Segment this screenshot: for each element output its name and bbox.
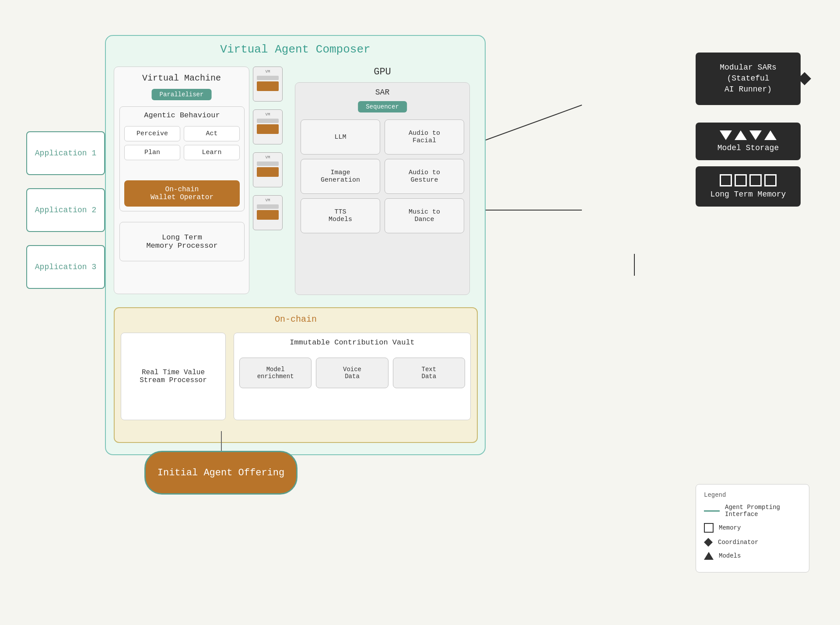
vm-card-4-bar2 xyxy=(257,210,279,220)
vm-card-3-label: VM xyxy=(266,155,270,160)
ltmp-box: Long TermMemory Processor xyxy=(119,222,245,261)
vm-card-1-bar2 xyxy=(257,81,279,91)
vac-box: Virtual Agent Composer Virtual Machine P… xyxy=(105,35,486,455)
ab-act: Act xyxy=(184,126,240,141)
legend-box: Legend Agent PromptingInterface Memory C… xyxy=(696,484,809,572)
ltmp-title: Long TermMemory Processor xyxy=(146,233,217,250)
agentic-behaviour-box: Agentic Behaviour Perceive Act Plan Lear… xyxy=(119,106,245,211)
vm-card-3-bar2 xyxy=(257,167,279,177)
sar-cell-audio-gesture: Audio toGesture xyxy=(385,159,464,194)
memory-squares-icons xyxy=(703,174,794,186)
ab-learn: Learn xyxy=(184,145,240,160)
memory-square-1-icon xyxy=(720,174,732,186)
vm-card-1: VM xyxy=(253,67,283,102)
model-storage-label: Model Storage xyxy=(718,144,779,152)
legend-diamond-icon xyxy=(704,538,713,547)
icv-grid: Modelenrichment VoiceData TextData xyxy=(239,358,465,388)
vm-cards: VM VM VM VM xyxy=(253,67,288,238)
sar-cell-image-gen: ImageGeneration xyxy=(301,159,380,194)
legend-triangle-icon xyxy=(704,552,714,560)
vm-card-2-bar2 xyxy=(257,124,279,134)
onchain-box: On-chain Real Time ValueStream Processor… xyxy=(114,307,478,443)
modular-sars-box: Modular SARs(StatefulAI Runner) xyxy=(696,53,801,105)
triangle-up-icon xyxy=(735,130,747,140)
vm-card-4-label: VM xyxy=(266,198,270,203)
vm-card-4: VM xyxy=(253,195,283,230)
vm-card-2-label: VM xyxy=(266,112,270,117)
vm-card-3: VM xyxy=(253,152,283,187)
legend-item-memory: Memory xyxy=(704,523,801,533)
icv-model-enrichment: Modelenrichment xyxy=(239,358,312,388)
legend-line-label: Agent PromptingInterface xyxy=(725,504,780,518)
memory-square-2-icon xyxy=(735,174,747,186)
memory-square-3-icon xyxy=(749,174,762,186)
icv-text-data: TextData xyxy=(393,358,465,388)
right-section: Modular SARs(StatefulAI Runner) Model St… xyxy=(696,53,809,207)
modular-sars-label: Modular SARs(StatefulAI Runner) xyxy=(720,63,777,94)
sar-grid: LLM Audio toFacial ImageGeneration Audio… xyxy=(301,119,464,233)
sar-cell-llm: LLM xyxy=(301,119,380,154)
iao-title: Initial Agent Offering xyxy=(158,467,284,478)
vm-card-1-label: VM xyxy=(266,70,270,74)
rtvsp-box: Real Time ValueStream Processor xyxy=(121,333,226,420)
triangle-down-2-icon xyxy=(749,130,762,140)
ab-perceive: Perceive xyxy=(124,126,180,141)
application-2-box: Application 2 xyxy=(26,188,105,232)
legend-square-icon xyxy=(704,523,714,533)
application-3-label: Application 3 xyxy=(35,263,96,271)
gpu-title: GPU xyxy=(295,67,470,77)
vm-card-2-bar1 xyxy=(257,119,279,123)
application-1-label: Application 1 xyxy=(35,149,96,158)
legend-title: Legend xyxy=(704,492,801,499)
paralleliser-button[interactable]: Paralleliser xyxy=(152,89,212,100)
legend-models-label: Models xyxy=(719,552,741,559)
icv-title: Immutable Contribution Vault xyxy=(234,338,470,347)
icv-voice-data: VoiceData xyxy=(316,358,388,388)
legend-item-models: Models xyxy=(704,552,801,560)
vac-title: Virtual Agent Composer xyxy=(106,43,485,56)
diagram-container: Application 1 Application 2 Application … xyxy=(18,18,822,607)
triangle-down-1-icon xyxy=(720,130,732,140)
legend-coordinator-label: Coordinator xyxy=(718,539,758,546)
sar-box: SAR Sequencer LLM Audio toFacial ImageGe… xyxy=(295,82,470,295)
application-1-box: Application 1 xyxy=(26,131,105,175)
vm-card-4-bar1 xyxy=(257,204,279,209)
long-term-memory-box: Long Term Memory xyxy=(696,166,801,207)
memory-square-4-icon xyxy=(764,174,777,186)
iao-box: Initial Agent Offering xyxy=(144,451,298,495)
sar-cell-audio-facial: Audio toFacial xyxy=(385,119,464,154)
sar-cell-music-dance: Music toDance xyxy=(385,198,464,233)
legend-memory-label: Memory xyxy=(719,524,741,531)
application-2-label: Application 2 xyxy=(35,206,96,214)
vm-box: Virtual Machine Paralleliser Agentic Beh… xyxy=(114,67,249,294)
agentic-behaviour-title: Agentic Behaviour xyxy=(120,111,244,119)
rtvsp-title: Real Time ValueStream Processor xyxy=(140,369,207,384)
legend-item-line: Agent PromptingInterface xyxy=(704,504,801,518)
vm-card-2: VM xyxy=(253,109,283,144)
onchain-title: On-chain xyxy=(115,314,477,324)
icv-box: Immutable Contribution Vault Modelenrich… xyxy=(234,333,471,420)
sar-title: SAR xyxy=(295,88,469,97)
model-storage-icons xyxy=(703,130,794,140)
vm-card-3-bar1 xyxy=(257,162,279,166)
sar-cell-tts: TTSModels xyxy=(301,198,380,233)
vm-card-1-bar1 xyxy=(257,76,279,80)
sequencer-button[interactable]: Sequencer xyxy=(358,101,407,112)
application-3-box: Application 3 xyxy=(26,245,105,289)
legend-item-coordinator: Coordinator xyxy=(704,538,801,547)
on-chain-wallet-operator: On-chainWallet Operator xyxy=(124,180,240,207)
svg-line-3 xyxy=(486,105,582,140)
gpu-box: GPU SAR Sequencer LLM Audio toFacial Ima… xyxy=(295,67,470,295)
long-term-memory-label: Long Term Memory xyxy=(710,190,786,199)
legend-line-icon xyxy=(704,510,720,512)
model-storage-box: Model Storage xyxy=(696,123,801,160)
agentic-behaviour-grid: Perceive Act Plan Learn xyxy=(124,126,240,160)
vm-title: Virtual Machine xyxy=(114,73,249,83)
triangle-up-2-icon xyxy=(764,130,777,140)
coordinator-diamond-icon xyxy=(798,72,811,85)
ab-plan: Plan xyxy=(124,145,180,160)
